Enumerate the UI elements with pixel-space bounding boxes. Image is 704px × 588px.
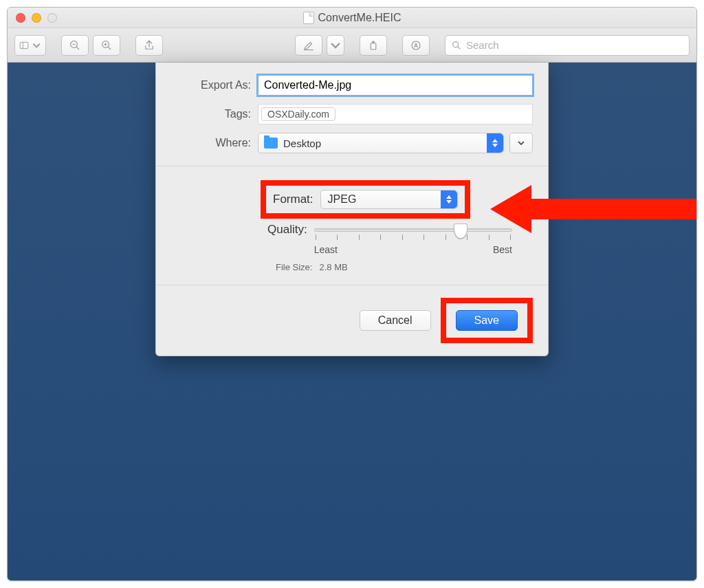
markup-button[interactable] <box>402 35 430 56</box>
filesize-label: File Size: <box>276 262 312 272</box>
share-icon <box>143 39 155 52</box>
highlight-menu-button[interactable] <box>327 35 344 56</box>
rotate-icon <box>367 39 380 52</box>
updown-arrows-icon <box>441 190 457 208</box>
svg-line-13 <box>458 47 460 49</box>
save-button[interactable]: Save <box>456 310 518 331</box>
sidebar-toggle-button[interactable] <box>14 35 46 56</box>
toolbar <box>8 28 696 63</box>
zoom-out-icon <box>69 39 81 52</box>
share-button[interactable] <box>135 35 163 56</box>
quality-slider[interactable] <box>314 228 512 232</box>
export-as-label: Export As: <box>171 79 258 91</box>
rotate-button[interactable] <box>360 35 387 56</box>
search-field-wrap[interactable] <box>445 35 690 56</box>
chevron-down-icon <box>329 39 342 52</box>
chevron-down-icon <box>32 39 41 52</box>
cancel-button[interactable]: Cancel <box>360 310 431 331</box>
updown-arrows-icon <box>487 133 503 153</box>
search-input[interactable] <box>466 39 683 51</box>
format-select[interactable]: JPEG <box>320 190 458 209</box>
document-icon <box>303 12 314 24</box>
highlight-button[interactable] <box>295 35 322 56</box>
quality-min-label: Least <box>314 244 338 255</box>
annotation-highlight-save: Save <box>441 298 533 343</box>
quality-max-label: Best <box>493 244 512 255</box>
window-title: ConvertMe.HEIC <box>318 12 402 24</box>
filesize-value: 2.8 MB <box>319 262 347 272</box>
expand-location-button[interactable] <box>509 133 533 153</box>
traffic-lights <box>16 13 57 23</box>
where-value: Desktop <box>283 138 321 149</box>
export-sheet: Export As: Tags: OSXDaily.com Where: Des… <box>155 63 549 356</box>
close-window-button[interactable] <box>16 13 25 23</box>
export-as-input[interactable] <box>258 75 533 96</box>
window-title-wrap: ConvertMe.HEIC <box>8 12 696 24</box>
format-value: JPEG <box>328 193 357 206</box>
where-label: Where: <box>171 137 258 149</box>
sidebar-icon <box>19 39 29 52</box>
svg-point-12 <box>453 41 459 47</box>
search-icon <box>451 40 462 51</box>
svg-rect-9 <box>304 50 314 50</box>
tag-token: OSXDaily.com <box>261 107 336 121</box>
zoom-in-button[interactable] <box>93 35 120 56</box>
chevron-down-icon <box>517 139 525 147</box>
quality-label: Quality: <box>267 223 307 237</box>
folder-icon <box>264 138 278 149</box>
zoom-window-button[interactable] <box>47 13 57 23</box>
where-select[interactable]: Desktop <box>258 133 504 153</box>
tags-input[interactable]: OSXDaily.com <box>258 104 533 124</box>
markup-icon <box>410 39 422 52</box>
svg-line-3 <box>76 47 79 50</box>
content-area: Export As: Tags: OSXDaily.com Where: Des… <box>8 63 696 580</box>
zoom-out-button[interactable] <box>61 35 89 56</box>
format-label: Format: <box>273 193 314 206</box>
slider-ticks <box>314 235 512 240</box>
svg-rect-0 <box>20 42 28 48</box>
titlebar: ConvertMe.HEIC <box>8 8 696 28</box>
svg-rect-10 <box>371 43 376 50</box>
annotation-highlight-format: Format: JPEG <box>261 180 470 219</box>
minimize-window-button[interactable] <box>32 13 41 23</box>
tags-label: Tags: <box>171 108 258 120</box>
zoom-in-icon <box>100 39 113 52</box>
svg-line-6 <box>108 47 111 50</box>
highlight-icon <box>302 39 315 52</box>
preview-window: ConvertMe.HEIC <box>7 7 697 581</box>
